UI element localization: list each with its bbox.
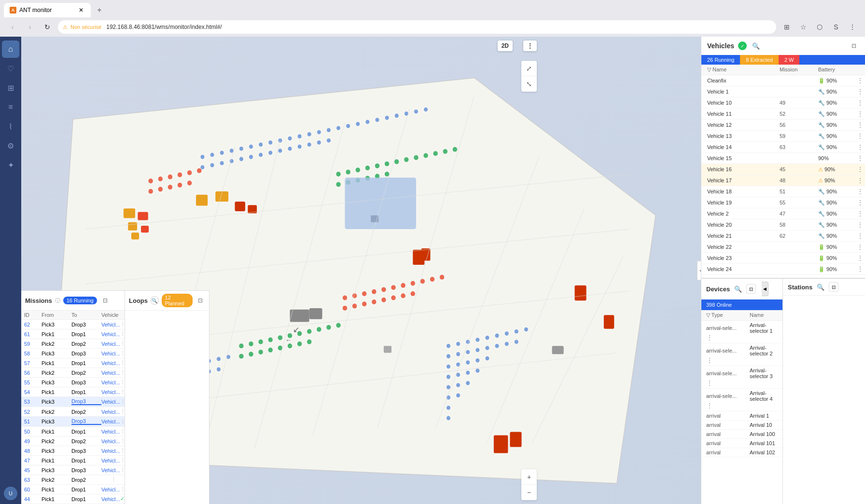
devices-export-button[interactable]: ⊡ [746,284,756,294]
missions-expand-button[interactable]: ⊡ [100,295,111,306]
forward-button[interactable]: › [23,20,37,34]
vehicles-search-button[interactable]: 🔍 [751,41,761,51]
sidebar-item-layers[interactable]: ⊞ [2,79,19,96]
device-row[interactable]: arrival Arrival 101 [701,439,782,448]
panel-collapse-button[interactable]: ◀ [697,261,701,280]
browser-chrome: A ANT monitor ✕ + ‹ › ↻ ⚠ Non sécurisé 1… [0,0,865,37]
sidebar-item-settings[interactable]: ⚙ [2,137,19,154]
vehicle-row-11[interactable]: Vehicle 11 52 🔧 90% ⋮ [701,109,865,120]
vehicle-row-25[interactable]: Vehicle 25 90% ⋮ [701,275,865,278]
vehicle-row-12[interactable]: Vehicle 12 56 🔧 90% ⋮ [701,120,865,131]
table-row[interactable]: 57Pick1Drop1Vehicl...⋮ [21,358,125,368]
svg-point-56 [401,283,405,288]
device-row[interactable]: arrival Arrival 102 [701,448,782,457]
table-row[interactable]: 62Pick3Drop3Vehicl...⋮ [21,320,125,329]
profile-button[interactable]: S [829,20,843,34]
missions-col-header: ID From To Vehicle [21,311,125,320]
table-row[interactable]: 63Pick2Drop2⋮ [21,475,125,485]
vehicle-row-10[interactable]: Vehicle 10 49 🔧 90% ⋮ [701,97,865,109]
device-row[interactable]: arrival-sele... Arrival-selector 3 ⋮ [701,366,782,389]
vehicle-row-23[interactable]: Vehicle 23 🔋 90% ⋮ [701,253,865,264]
svg-point-40 [158,177,163,181]
tab-close-button[interactable]: ✕ [77,6,85,14]
table-row[interactable]: 48Pick3Drop3Vehicl...⋮ [21,446,125,456]
table-row[interactable]: 52Pick2Drop2Vehicl...⋮ [21,407,125,417]
user-avatar[interactable]: U [4,487,17,500]
zoom-out-button[interactable]: − [521,485,537,500]
vehicle-row-1[interactable]: Vehicle 1 🔧 90% ⋮ [701,86,865,97]
sidebar-item-favorites[interactable]: ♡ [2,60,19,77]
svg-point-88 [239,343,243,348]
table-row[interactable]: 44Pick1Drop1Vehicl...✓ [21,494,125,504]
vehicle-row-24[interactable]: Vehicle 24 🔋 90% ⋮ [701,264,865,275]
loops-expand-button[interactable]: ⊡ [195,295,205,306]
translate-button[interactable]: ⊞ [780,20,794,34]
device-row[interactable]: arrival-sele... Arrival-selector 2 ⋮ [701,343,782,366]
device-row[interactable]: arrival Arrival 1 [701,411,782,421]
table-row[interactable]: 49Pick2Drop2Vehicl...⋮ [21,436,125,446]
table-row[interactable]: 50Pick1Drop1Vehicl...⋮ [21,427,125,436]
sidebar-item-nodes[interactable]: ✦ [2,156,19,174]
back-button[interactable]: ‹ [6,20,19,34]
bookmark-button[interactable]: ☆ [796,20,810,34]
vehicle-row-2[interactable]: Vehicle 2 47 🔧 90% ⋮ [701,208,865,219]
loops-search-icon[interactable]: 🔍 [151,296,159,305]
more-button[interactable]: ⋮ [846,20,859,34]
address-bar[interactable]: ⚠ Non sécurisé 192.168.8.46:8081/wms/mon… [58,20,776,34]
vehicle-row-16[interactable]: Vehicle 16 45 ⚠ 90% ⋮ [701,164,865,175]
svg-point-63 [362,301,366,306]
devices-status-bar: 398 Online [701,300,782,310]
sidebar-item-home[interactable]: ⌂ [2,41,19,58]
table-row[interactable]: 56Pick2Drop2Vehicl...⋮ [21,368,125,378]
device-row[interactable]: arrival-sele... Arrival-selector 4 ⋮ [701,389,782,411]
map-options-button[interactable]: ⋮ [523,41,537,51]
reload-button[interactable]: ↻ [41,20,54,34]
svg-point-106 [307,340,311,344]
table-row[interactable]: 60Pick1Drop1Vehicl...⋮ [21,485,125,494]
table-row[interactable]: 58Pick3Drop3Vehicl...⋮ [21,349,125,358]
table-row[interactable]: 47Pick1Drop1Vehicl...⋮ [21,456,125,465]
new-tab-button[interactable]: + [93,3,106,17]
table-row[interactable]: 54Pick1Drop1Vehicl...⋮ [21,387,125,397]
stations-search-button[interactable]: 🔍 [815,282,826,292]
vehicle-row-18[interactable]: Vehicle 18 51 🔧 90% ⋮ [701,186,865,197]
svg-rect-166 [235,202,245,211]
vehicle-row-14[interactable]: Vehicle 14 63 🔧 90% ⋮ [701,142,865,153]
table-row[interactable]: 55Pick3Drop3Vehicl...⋮ [21,378,125,387]
sidebar-item-list[interactable]: ≡ [2,98,19,116]
vehicle-row-20[interactable]: Vehicle 20 58 🔧 90% ⋮ [701,219,865,231]
zoom-fit-button[interactable]: ⤢ [521,61,537,76]
svg-point-92 [278,335,282,340]
vehicles-expand-button[interactable]: ⊡ [849,41,859,51]
2d-toggle-button[interactable]: 2D [498,41,513,51]
browser-tab[interactable]: A ANT monitor ✕ [4,3,91,17]
stations-expand-button[interactable]: ⊡ [829,282,838,292]
table-row[interactable]: 59Pick2Drop2Vehicl...⋮ [21,339,125,349]
vehicle-row-17[interactable]: Vehicle 17 48 ⚠ 90% ⋮ [701,175,865,186]
device-row[interactable]: arrival-sele... Arrival-selector 1 ⋮ [701,321,782,343]
device-row[interactable]: arrival Arrival 10 [701,421,782,430]
expand-button[interactable]: ⤡ [521,76,537,92]
table-row[interactable]: 53Pick3Drop3Vehicl...⋮ [21,397,125,407]
vehicle-row-22[interactable]: Vehicle 22 🔋 90% ⋮ [701,242,865,253]
vehicle-row-13[interactable]: Vehicle 13 59 🔧 90% ⋮ [701,131,865,142]
zoom-in-button[interactable]: + [521,469,537,485]
map-area[interactable]: ↙ ← ⋮ 2D ⤢ ⤡ + − ◀ [21,37,701,504]
svg-point-67 [401,293,405,298]
vehicle-row-cleanfix[interactable]: Cleanfix 🔋 90% ⋮ [701,75,865,86]
svg-point-68 [411,291,415,296]
vehicle-row-19[interactable]: Vehicle 19 55 🔧 90% ⋮ [701,197,865,208]
table-row[interactable]: 45Pick3Drop3Vehicl...⋮ [21,465,125,475]
table-row[interactable]: 51Pick3Drop3Vehicl...⋮ [21,417,125,427]
devices-collapse-button[interactable]: ◀ [762,282,768,296]
devices-search-button[interactable]: 🔍 [733,284,743,294]
extensions-button[interactable]: ⬡ [813,20,826,34]
svg-point-70 [346,170,350,175]
device-row[interactable]: arrival Arrival 100 [701,430,782,439]
sidebar-item-analytics[interactable]: ⌇ [2,118,19,135]
vehicle-row-21[interactable]: Vehicle 21 62 🔧 90% ⋮ [701,231,865,242]
svg-point-34 [288,147,292,151]
vehicle-row-15[interactable]: Vehicle 15 90% ⋮ [701,153,865,164]
svg-point-141 [475,348,479,353]
table-row[interactable]: 61Pick1Drop1Vehicl...⋮ [21,329,125,339]
